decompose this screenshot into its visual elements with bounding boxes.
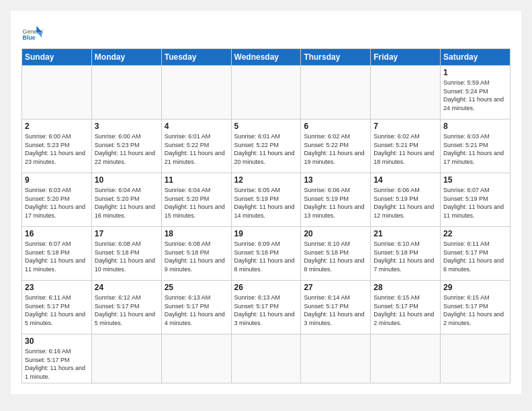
day-info: Sunrise: 5:59 AM Sunset: 5:24 PM Dayligh… — [443, 79, 507, 112]
day-info: Sunrise: 6:09 AM Sunset: 5:18 PM Dayligh… — [234, 240, 298, 273]
day-info: Sunrise: 6:12 AM Sunset: 5:17 PM Dayligh… — [95, 293, 159, 327]
day-number: 12 — [234, 175, 298, 185]
calendar-cell — [22, 66, 92, 120]
calendar-cell: 21Sunrise: 6:10 AM Sunset: 5:18 PM Dayli… — [371, 227, 441, 281]
weekday-header-thursday: Thursday — [301, 49, 371, 66]
weekday-header-tuesday: Tuesday — [161, 49, 231, 66]
calendar-cell — [441, 334, 511, 383]
calendar-cell: 6Sunrise: 6:02 AM Sunset: 5:22 PM Daylig… — [301, 120, 371, 173]
day-info: Sunrise: 6:08 AM Sunset: 5:18 PM Dayligh… — [95, 240, 159, 273]
calendar-cell: 4Sunrise: 6:01 AM Sunset: 5:22 PM Daylig… — [161, 120, 231, 173]
svg-marker-3 — [36, 32, 42, 38]
calendar-cell: 30Sunrise: 6:16 AM Sunset: 5:17 PM Dayli… — [22, 334, 92, 383]
day-number: 13 — [304, 175, 367, 185]
day-number: 17 — [95, 229, 159, 238]
day-number: 11 — [165, 175, 228, 185]
day-info: Sunrise: 6:05 AM Sunset: 5:19 PM Dayligh… — [234, 186, 298, 220]
day-info: Sunrise: 6:07 AM Sunset: 5:18 PM Dayligh… — [25, 240, 89, 273]
day-info: Sunrise: 6:11 AM Sunset: 5:17 PM Dayligh… — [25, 293, 89, 327]
calendar-cell — [91, 334, 161, 383]
calendar-cell: 17Sunrise: 6:08 AM Sunset: 5:18 PM Dayli… — [91, 227, 161, 281]
weekday-header-row: SundayMondayTuesdayWednesdayThursdayFrid… — [22, 49, 511, 66]
day-info: Sunrise: 6:15 AM Sunset: 5:17 PM Dayligh… — [443, 293, 507, 327]
calendar-cell — [91, 66, 161, 120]
day-number: 18 — [165, 229, 228, 238]
day-info: Sunrise: 6:13 AM Sunset: 5:17 PM Dayligh… — [234, 293, 298, 327]
day-number: 5 — [234, 122, 298, 131]
day-number: 7 — [373, 122, 437, 131]
day-number: 28 — [373, 283, 437, 292]
calendar-cell: 18Sunrise: 6:08 AM Sunset: 5:18 PM Dayli… — [161, 227, 231, 281]
weekday-header-monday: Monday — [91, 49, 161, 66]
calendar-cell: 11Sunrise: 6:04 AM Sunset: 5:20 PM Dayli… — [161, 173, 231, 227]
calendar-cell: 3Sunrise: 6:00 AM Sunset: 5:23 PM Daylig… — [91, 120, 161, 173]
day-number: 25 — [165, 283, 228, 292]
calendar-cell — [231, 66, 301, 120]
calendar-cell: 5Sunrise: 6:01 AM Sunset: 5:22 PM Daylig… — [231, 120, 301, 173]
day-info: Sunrise: 6:04 AM Sunset: 5:20 PM Dayligh… — [95, 186, 159, 220]
day-number: 2 — [25, 122, 89, 131]
day-info: Sunrise: 6:06 AM Sunset: 5:19 PM Dayligh… — [304, 186, 367, 220]
day-info: Sunrise: 6:01 AM Sunset: 5:22 PM Dayligh… — [165, 132, 228, 166]
day-info: Sunrise: 6:07 AM Sunset: 5:19 PM Dayligh… — [443, 186, 507, 220]
header: General Blue — [21, 21, 511, 43]
calendar-cell: 26Sunrise: 6:13 AM Sunset: 5:17 PM Dayli… — [231, 281, 301, 334]
day-info: Sunrise: 6:10 AM Sunset: 5:18 PM Dayligh… — [373, 240, 437, 273]
calendar-cell: 24Sunrise: 6:12 AM Sunset: 5:17 PM Dayli… — [91, 281, 161, 334]
calendar-cell — [301, 334, 371, 383]
day-number: 15 — [443, 175, 507, 185]
day-info: Sunrise: 6:03 AM Sunset: 5:21 PM Dayligh… — [443, 132, 507, 166]
calendar-cell: 20Sunrise: 6:10 AM Sunset: 5:18 PM Dayli… — [301, 227, 371, 281]
calendar-cell — [371, 66, 441, 120]
day-info: Sunrise: 6:00 AM Sunset: 5:23 PM Dayligh… — [95, 132, 159, 166]
day-number: 23 — [25, 283, 89, 292]
calendar-cell: 10Sunrise: 6:04 AM Sunset: 5:20 PM Dayli… — [91, 173, 161, 227]
calendar-table: SundayMondayTuesdayWednesdayThursdayFrid… — [21, 48, 511, 383]
calendar-cell: 1Sunrise: 5:59 AM Sunset: 5:24 PM Daylig… — [441, 66, 511, 120]
weekday-header-friday: Friday — [371, 49, 441, 66]
calendar-cell: 7Sunrise: 6:02 AM Sunset: 5:21 PM Daylig… — [371, 120, 441, 173]
calendar-cell: 12Sunrise: 6:05 AM Sunset: 5:19 PM Dayli… — [231, 173, 301, 227]
day-info: Sunrise: 6:13 AM Sunset: 5:17 PM Dayligh… — [165, 293, 228, 327]
calendar-cell: 16Sunrise: 6:07 AM Sunset: 5:18 PM Dayli… — [22, 227, 92, 281]
svg-text:Blue: Blue — [23, 34, 36, 41]
day-info: Sunrise: 6:15 AM Sunset: 5:17 PM Dayligh… — [373, 293, 437, 327]
calendar-cell: 27Sunrise: 6:14 AM Sunset: 5:17 PM Dayli… — [301, 281, 371, 334]
calendar-cell — [231, 334, 301, 383]
day-info: Sunrise: 6:02 AM Sunset: 5:21 PM Dayligh… — [373, 132, 437, 166]
day-info: Sunrise: 6:11 AM Sunset: 5:17 PM Dayligh… — [443, 240, 507, 273]
calendar-cell: 28Sunrise: 6:15 AM Sunset: 5:17 PM Dayli… — [371, 281, 441, 334]
calendar-cell: 29Sunrise: 6:15 AM Sunset: 5:17 PM Dayli… — [441, 281, 511, 334]
day-number: 27 — [304, 283, 367, 292]
calendar-cell: 2Sunrise: 6:00 AM Sunset: 5:23 PM Daylig… — [22, 120, 92, 173]
calendar-cell: 22Sunrise: 6:11 AM Sunset: 5:17 PM Dayli… — [441, 227, 511, 281]
calendar-cell — [371, 334, 441, 383]
calendar-cell — [161, 66, 231, 120]
day-number: 19 — [234, 229, 298, 238]
day-info: Sunrise: 6:14 AM Sunset: 5:17 PM Dayligh… — [304, 293, 367, 327]
day-info: Sunrise: 6:01 AM Sunset: 5:22 PM Dayligh… — [234, 132, 298, 166]
day-info: Sunrise: 6:16 AM Sunset: 5:17 PM Dayligh… — [25, 347, 89, 381]
logo-icon: General Blue — [21, 21, 43, 43]
day-number: 6 — [304, 122, 367, 131]
logo: General Blue — [21, 21, 43, 43]
day-number: 16 — [25, 229, 89, 238]
day-info: Sunrise: 6:02 AM Sunset: 5:22 PM Dayligh… — [304, 132, 367, 166]
day-number: 1 — [443, 68, 507, 77]
day-number: 26 — [234, 283, 298, 292]
day-number: 29 — [443, 283, 507, 292]
day-number: 3 — [95, 122, 159, 131]
day-number: 9 — [25, 175, 89, 185]
day-number: 22 — [443, 229, 507, 238]
calendar-cell — [301, 66, 371, 120]
day-number: 24 — [95, 283, 159, 292]
calendar-cell: 23Sunrise: 6:11 AM Sunset: 5:17 PM Dayli… — [22, 281, 92, 334]
day-info: Sunrise: 6:08 AM Sunset: 5:18 PM Dayligh… — [165, 240, 228, 273]
calendar-cell: 9Sunrise: 6:03 AM Sunset: 5:20 PM Daylig… — [22, 173, 92, 227]
calendar-cell: 15Sunrise: 6:07 AM Sunset: 5:19 PM Dayli… — [441, 173, 511, 227]
day-number: 30 — [25, 336, 89, 346]
weekday-header-sunday: Sunday — [22, 49, 92, 66]
day-number: 8 — [443, 122, 507, 131]
day-number: 21 — [373, 229, 437, 238]
calendar-cell: 19Sunrise: 6:09 AM Sunset: 5:18 PM Dayli… — [231, 227, 301, 281]
